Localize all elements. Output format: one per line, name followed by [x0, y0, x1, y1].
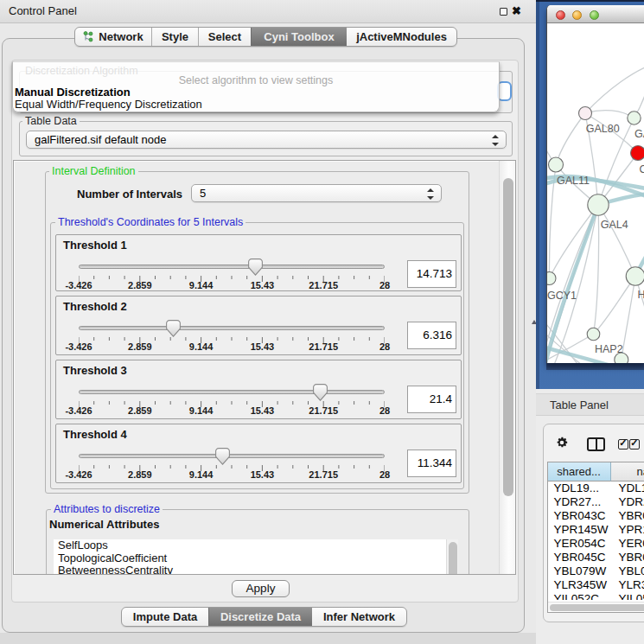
table-row[interactable]: YLR345WYLR34 — [548, 578, 644, 592]
network-node-label: GA — [634, 128, 644, 140]
slider-thumb[interactable] — [166, 320, 181, 337]
column-header-shared-name[interactable]: shared... — [548, 462, 611, 481]
checkbox-icon[interactable]: ✓ — [629, 439, 640, 450]
numerical-attributes-list[interactable]: SelfLoopsTopologicalCoefficientBetweenne… — [54, 539, 458, 575]
table-panel-titlebar: Table Panel — [536, 393, 644, 416]
control-panel-tabs: NetworkStyleSelectCyni ToolboxjActiveMNo… — [74, 27, 457, 47]
panel-scrollbar-thumb[interactable] — [503, 178, 513, 496]
threshold-value-field[interactable]: 6.316 — [407, 322, 456, 349]
table-row[interactable]: YIL052CYIL05 — [548, 592, 644, 601]
slider-tick-label: 2.859 — [114, 280, 166, 290]
threshold-title: Threshold 3 — [63, 364, 127, 377]
network-node-label: H — [637, 288, 644, 300]
network-node-label: C — [639, 163, 644, 175]
tab-cyni-toolbox[interactable]: Cyni Toolbox — [251, 28, 347, 46]
attributes-scrollbar-track[interactable] — [446, 539, 458, 575]
tab-style[interactable]: Style — [151, 28, 198, 46]
cell-shared-name: YER054C — [548, 537, 611, 551]
tab-jactivemnodules[interactable]: jActiveMNodules — [347, 28, 456, 46]
tab-select[interactable]: Select — [198, 28, 251, 46]
threshold-panel-1: Threshold 1-3.4262.8599.14415.4321.71528… — [55, 234, 462, 291]
attribute-item[interactable]: TopologicalCoefficient — [54, 552, 458, 565]
slider-tick-label: -3.426 — [53, 469, 105, 480]
attribute-item[interactable]: SelfLoops — [54, 539, 458, 552]
tab-infer-network[interactable]: Infer Network — [312, 608, 406, 626]
network-node[interactable] — [578, 106, 591, 119]
slider-tick-label: 21.715 — [297, 405, 349, 416]
table-row[interactable]: YBL079WYBL07 — [548, 564, 644, 578]
network-node[interactable] — [626, 266, 644, 285]
gear-icon[interactable] — [555, 436, 569, 450]
network-node[interactable] — [587, 194, 608, 214]
popup-item-manual-discretization[interactable]: Manual Discretization — [15, 86, 131, 99]
table-row[interactable]: YDL19...YDL19 — [548, 481, 644, 495]
network-svg: GAL80GACGAL11GAL4GCY1HHAP2 — [547, 24, 644, 363]
checkbox-icon[interactable]: ✓ — [618, 439, 628, 450]
network-node[interactable] — [547, 271, 556, 284]
tab-discretize-data[interactable]: Discretize Data — [208, 608, 312, 626]
tab-network[interactable]: Network — [75, 28, 151, 46]
cell-name: YBR04 — [611, 509, 644, 523]
slider-tick-label: 28 — [359, 280, 411, 290]
table-data-combo[interactable]: galFiltered.sif default node — [26, 131, 507, 149]
slider-tick-label: 9.144 — [175, 280, 227, 290]
network-node[interactable] — [627, 111, 640, 124]
apply-button[interactable]: Apply — [232, 580, 290, 597]
table-row[interactable]: YBR043CYBR04 — [548, 509, 644, 523]
network-node-label: GCY1 — [547, 289, 577, 301]
minimize-traffic-light[interactable] — [572, 10, 582, 20]
slider-thumb[interactable] — [313, 384, 328, 401]
panel-scrollbar-track[interactable] — [499, 161, 516, 574]
slider-tick-label: 15.43 — [236, 469, 288, 480]
popup-item-equal-width[interactable]: Equal Width/Frequency Discretization — [15, 98, 202, 111]
slider-tick-label: 15.43 — [236, 280, 288, 290]
column-header-name[interactable]: name — [611, 462, 644, 481]
tab-label: Cyni Toolbox — [264, 30, 334, 43]
slider-tick-label: 15.43 — [236, 341, 288, 352]
slider-track[interactable] — [79, 390, 385, 394]
table-hscrollbar-thumb[interactable] — [550, 604, 644, 611]
float-icon[interactable] — [500, 8, 507, 16]
node-table: shared... name YDL19...YDL19YDR27...YDR2… — [547, 462, 644, 613]
network-node[interactable] — [548, 157, 563, 172]
tab-impute-data[interactable]: Impute Data — [122, 608, 208, 626]
cell-shared-name: YBL079W — [548, 564, 611, 578]
table-row[interactable]: YBR045CYBR04 — [548, 551, 644, 564]
split-view-icon[interactable] — [587, 437, 605, 451]
cell-name: YDR27 — [611, 495, 644, 509]
close-traffic-light[interactable] — [556, 10, 565, 20]
table-hscrollbar-track[interactable] — [548, 602, 644, 611]
slider-track[interactable] — [79, 454, 385, 458]
table-row[interactable]: YDR27...YDR27 — [548, 495, 644, 509]
network-node-label: GAL80 — [585, 123, 619, 135]
table-toolbar: ✓ ✓ — [544, 424, 644, 461]
number-of-intervals-combo[interactable]: 5 — [191, 184, 442, 202]
cell-shared-name: YLR345W — [548, 578, 611, 592]
table-row[interactable]: YER054CYER05 — [548, 537, 644, 551]
network-node[interactable] — [587, 328, 600, 341]
threshold-value-field[interactable]: 14.713 — [407, 260, 456, 288]
cell-shared-name: YBR045C — [548, 551, 611, 564]
zoom-traffic-light[interactable] — [590, 10, 599, 20]
table-row[interactable]: YPR145WYPR14 — [548, 523, 644, 537]
cell-name: YLR34 — [611, 578, 644, 592]
slider-track[interactable] — [79, 265, 385, 269]
slider-track[interactable] — [79, 326, 385, 330]
network-node[interactable] — [630, 145, 644, 160]
table-panel-container: ✓ ✓ shared... name YDL19...YDL19YDR27...… — [543, 424, 644, 622]
slider-thumb[interactable] — [215, 448, 230, 465]
attribute-item[interactable]: BetweennessCentrality — [54, 564, 458, 575]
cell-shared-name: YPR145W — [548, 523, 611, 537]
close-icon[interactable]: ✖ — [512, 0, 521, 22]
network-node-label: GAL11 — [557, 175, 590, 187]
network-graph-view[interactable]: GAL80GACGAL11GAL4GCY1HHAP2 — [547, 24, 644, 363]
threshold-value-field[interactable]: 11.344 — [407, 450, 456, 477]
settings-scroll-panel: Interval Definition Number of Intervals … — [13, 160, 516, 575]
threshold-value-field[interactable]: 21.4 — [407, 386, 456, 413]
window-title: Control Panel — [9, 0, 77, 22]
threshold-title: Threshold 4 — [63, 428, 127, 441]
slider-thumb[interactable] — [248, 258, 263, 276]
attributes-scrollbar-thumb[interactable] — [449, 542, 457, 575]
slider-tick-label: 9.144 — [175, 469, 227, 480]
attributes-group-label: Attributes to discretize — [51, 503, 163, 515]
